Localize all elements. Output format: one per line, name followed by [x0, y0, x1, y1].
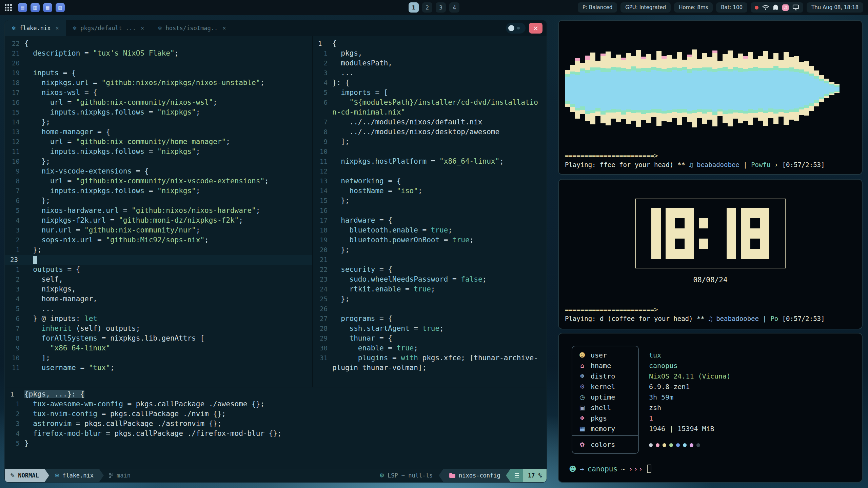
- launcher-icon[interactable]: [5, 4, 12, 11]
- tab-close-icon[interactable]: ×: [141, 25, 144, 32]
- editor-pane-iso[interactable]: 1{1 pkgs,2 modulesPath,3 ...4}: {5 impor…: [313, 36, 547, 387]
- editor-pane-flake[interactable]: 22{21 description = "tux's NixOS Flake";…: [5, 36, 312, 387]
- visualizer-column: [590, 53, 595, 124]
- music-icon[interactable]: ♫: [782, 4, 789, 11]
- visualizer-column: [636, 50, 641, 127]
- toggle-button[interactable]: [506, 23, 526, 34]
- now-playing: Playing: d (coffee for your head) ** ♫ b…: [565, 314, 856, 323]
- palette-dot: [676, 443, 680, 447]
- line-number: 11: [5, 363, 24, 373]
- tray-app-4-icon[interactable]: ▧: [56, 3, 65, 12]
- tray-app-2-icon[interactable]: ▥: [31, 3, 40, 12]
- wifi-icon[interactable]: [762, 4, 769, 11]
- visualizer-column: [809, 66, 814, 111]
- tray-app-1-icon[interactable]: ▤: [18, 3, 27, 12]
- code-line: 9 "x86_64-linux": [5, 343, 312, 353]
- workspace-3[interactable]: 3: [436, 2, 446, 13]
- fetch-row-memory: ▦memory1946 | 15394 MiB: [572, 423, 853, 434]
- line-number: 16: [313, 206, 332, 216]
- line-number: 20: [313, 245, 332, 255]
- code-line: 1 };: [5, 245, 312, 255]
- toggle-knob-icon: [508, 25, 514, 31]
- visualizer-column: [738, 54, 743, 123]
- line-number: 2: [5, 409, 24, 419]
- line-number: 23: [5, 255, 24, 265]
- code-line: 5}: [5, 439, 547, 448]
- line-number: 24: [313, 284, 332, 294]
- workspaces: 1234: [409, 2, 459, 13]
- ghost-icon[interactable]: [773, 4, 778, 11]
- line-number: 10: [5, 353, 24, 363]
- line-number: 31: [313, 353, 332, 363]
- shell-prompt[interactable]: ☻ → canopus ~ ›››: [568, 465, 853, 474]
- prompt-arrow-icon: →: [580, 465, 584, 473]
- editor-main: 22{21 description = "tux's NixOS Flake";…: [5, 36, 547, 469]
- visualizer-column: [672, 59, 677, 118]
- palette-dot: [656, 443, 659, 447]
- fetch-row-colors: ✿colors: [572, 439, 853, 450]
- line-number: 3: [313, 68, 332, 78]
- editor-pane-pkgs[interactable]: 1{pkgs, ...}: {1 tux-awesome-wm-config =…: [5, 387, 547, 469]
- code-line: 10: [313, 147, 547, 157]
- line-number: 15: [313, 196, 332, 206]
- fetch-window: ☻usertux⌂hnamecanopus❄distroNixOS 24.11 …: [558, 333, 863, 483]
- status-pill-2: GPU: Integrated: [620, 2, 671, 13]
- visualizer-column: [641, 57, 646, 120]
- palette-dot: [690, 443, 693, 447]
- line-number: 8: [313, 127, 332, 137]
- code-line: 6 };: [5, 196, 312, 206]
- visualizer-column: [575, 58, 580, 119]
- screen-icon[interactable]: [792, 4, 799, 11]
- lsp-label: LSP ~ null-ls: [388, 472, 433, 479]
- system-fetch: ☻usertux⌂hnamecanopus❄distroNixOS 24.11 …: [572, 350, 853, 450]
- code-line: 26: [313, 304, 547, 314]
- tab-bar: ❄flake.nix×❄pkgs/default ...×❄hosts/isoI…: [5, 20, 547, 36]
- palette-dot: [649, 443, 653, 447]
- tray-app-3-icon[interactable]: ▦: [43, 3, 52, 12]
- nix-icon: ❄: [158, 25, 162, 32]
- code-line: 6 "${modulesPath}/installer/cd-dvd/insta…: [313, 98, 547, 107]
- tab-flake-nix[interactable]: ❄flake.nix×: [5, 20, 66, 36]
- code-line: 31 plugins = with pkgs.xfce; [thunar-arc…: [313, 353, 547, 363]
- clock-digit: [699, 208, 708, 259]
- fetch-value: tux: [649, 351, 661, 359]
- nix-icon: ❄: [12, 25, 16, 32]
- code-line: 16 url = "github:nix-community/nixos-wsl…: [5, 98, 312, 107]
- visualizer-column: [748, 52, 753, 125]
- visualizer-column: [712, 50, 717, 126]
- color-palette: [649, 441, 703, 449]
- prompt-face-icon: ☻: [569, 465, 576, 473]
- tab-close-icon[interactable]: ×: [56, 25, 59, 32]
- scroll-progress: 17 %: [523, 469, 547, 482]
- record-dot-icon[interactable]: [755, 6, 758, 9]
- now-playing: Playing: ffee for your head) ** ♫ beabad…: [565, 160, 856, 169]
- tab-pkgs-default-[interactable]: ❄pkgs/default ...×: [66, 20, 151, 36]
- status-pills: P: BalancedGPU: IntegratedHome: 8msBat: …: [578, 2, 747, 13]
- code-line: 1{pkgs, ...}: {: [5, 389, 547, 399]
- tab-hosts-isoImag-[interactable]: ❄hosts/isoImag..×: [151, 20, 233, 36]
- line-number: 8: [5, 176, 24, 186]
- code-line: 6 } @ inputs: let: [5, 314, 312, 324]
- fetch-row-user: ☻usertux: [572, 350, 853, 360]
- fetch-label: distro: [591, 372, 615, 380]
- tab-close-icon[interactable]: ×: [222, 25, 226, 32]
- line-number: 6: [5, 196, 24, 206]
- visualizer-column: [692, 49, 697, 127]
- line-number: 3: [5, 284, 24, 294]
- line-number: 1: [5, 265, 24, 274]
- visualizer-column: [778, 60, 784, 117]
- workspace-1[interactable]: 1: [409, 2, 419, 13]
- workspace-2[interactable]: 2: [422, 2, 432, 13]
- code-line: 1 outputs = {: [5, 265, 312, 274]
- line-number: 23: [313, 274, 332, 284]
- tray-apps: ▤▥▦▧: [18, 3, 65, 12]
- close-button[interactable]: ×: [529, 23, 542, 34]
- workspace-4[interactable]: 4: [449, 2, 459, 13]
- visualizer-column: [773, 53, 778, 124]
- line-number: 29: [313, 333, 332, 343]
- line-number: 30: [313, 343, 332, 353]
- line-number: 1: [313, 48, 332, 58]
- visualizer-column: [585, 56, 590, 121]
- line-number: 18: [313, 225, 332, 235]
- digital-clock: [635, 199, 786, 268]
